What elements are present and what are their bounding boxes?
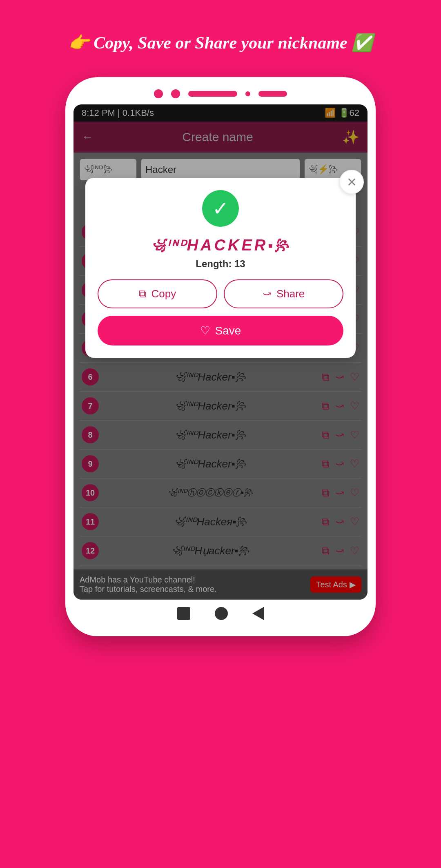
check-emoji: ✅ bbox=[352, 33, 373, 52]
camera-dot-right bbox=[171, 89, 180, 98]
top-pill bbox=[258, 91, 287, 97]
success-indicator: ✓ bbox=[98, 190, 343, 227]
modal-save-button[interactable]: ♡ Save bbox=[98, 316, 343, 345]
copy-label: Copy bbox=[151, 288, 176, 300]
share-label: Share bbox=[276, 288, 305, 300]
modal-share-button[interactable]: ⤻ Share bbox=[224, 279, 343, 308]
nickname-length: Length: 13 bbox=[98, 258, 343, 270]
sensor-dot bbox=[245, 91, 250, 96]
back-button[interactable] bbox=[252, 607, 264, 620]
phone-screen: 8:12 PM | 0.1KB/s 📶 🔋62 ← Create name ✨ … bbox=[74, 104, 368, 600]
check-circle: ✓ bbox=[202, 190, 239, 227]
modal-copy-button[interactable]: ⧉ Copy bbox=[98, 279, 217, 308]
modal-nickname-display: ꧁ᴵᴺᴰHACKER▪꧂ bbox=[98, 237, 343, 254]
copy-icon: ⧉ bbox=[139, 288, 147, 300]
phone-bottom-nav bbox=[74, 600, 368, 624]
speaker-bar bbox=[188, 91, 237, 97]
outer-container: 👉 Copy, Save or Share your nickname ✅ 8:… bbox=[0, 0, 441, 868]
heart-icon: ♡ bbox=[200, 324, 210, 337]
modal-overlay: ✕ ✓ ꧁ᴵᴺᴰHACKER▪꧂ Length: 13 bbox=[74, 104, 368, 600]
phone-frame: 8:12 PM | 0.1KB/s 📶 🔋62 ← Create name ✨ … bbox=[65, 77, 376, 636]
point-emoji: 👉 bbox=[68, 33, 89, 52]
share-icon: ⤻ bbox=[263, 288, 272, 300]
home-button[interactable] bbox=[177, 607, 190, 620]
nickname-text: ꧁ᴵᴺᴰHACKER▪꧂ bbox=[151, 238, 290, 253]
modal-actions-row: ⧉ Copy ⤻ Share bbox=[98, 279, 343, 308]
camera-dot-left bbox=[154, 89, 163, 98]
phone-top-hardware bbox=[74, 89, 368, 98]
modal-close-button[interactable]: ✕ bbox=[339, 170, 364, 194]
modal-card: ✕ ✓ ꧁ᴵᴺᴰHACKER▪꧂ Length: 13 bbox=[85, 178, 356, 358]
instruction-text: Copy, Save or Share your nickname bbox=[94, 33, 347, 52]
recents-button[interactable] bbox=[215, 607, 228, 620]
top-instruction: 👉 Copy, Save or Share your nickname ✅ bbox=[52, 33, 389, 53]
close-icon: ✕ bbox=[347, 175, 357, 189]
save-label: Save bbox=[215, 324, 241, 337]
checkmark-icon: ✓ bbox=[212, 197, 229, 220]
